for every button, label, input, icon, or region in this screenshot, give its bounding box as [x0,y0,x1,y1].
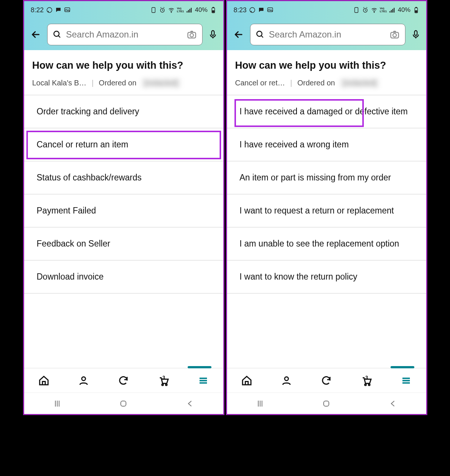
status-battery: 40% [398,6,410,14]
page-title: How can we help you with this? [24,50,223,78]
battery-icon [210,7,217,13]
search-input[interactable] [269,29,385,40]
tab-cart[interactable]: 3 [157,374,170,387]
svg-rect-25 [390,11,391,13]
tab-refresh[interactable] [320,374,333,387]
svg-rect-22 [355,7,358,13]
android-back[interactable] [184,398,195,409]
statusbar-left: 8:22 Vo)LTE1 40% [24,1,223,19]
android-home[interactable] [118,398,129,409]
search-icon [256,30,265,39]
option-download-invoice[interactable]: Download invoice [24,261,223,294]
option-tracking[interactable]: Order tracking and delivery [24,95,223,128]
context-ordered-label: Ordered on [297,79,335,87]
option-list-right: I have received a damaged or defective i… [227,95,426,294]
svg-point-24 [374,12,375,13]
volte-icon: Vo)LTE1 [380,7,386,13]
option-feedback[interactable]: Feedback on Seller [24,228,223,261]
search-box[interactable] [250,24,405,45]
search-input[interactable] [66,29,182,40]
tab-profile[interactable] [280,374,293,387]
phone-left: 8:22 Vo)LTE1 40% How can we help you wit… [23,0,224,415]
context-sep: | [290,79,292,87]
android-recents[interactable] [52,398,63,409]
tab-menu[interactable] [399,374,413,387]
option-damaged-defective[interactable]: I have received a damaged or defective i… [227,95,426,128]
context-row: Cancel or ret… | Ordered on [redacted] [227,78,426,95]
camera-icon[interactable] [187,29,197,40]
camera-icon[interactable] [389,29,400,40]
tab-indicator [188,366,211,368]
option-missing-part[interactable]: An item or part is missing from my order [227,162,426,195]
android-navbar-right [227,392,426,414]
option-cancel-return[interactable]: Cancel or return an item [24,128,223,162]
app-header-left [24,19,223,50]
svg-rect-35 [414,31,417,36]
mic-icon[interactable] [208,29,218,40]
option-request-return[interactable]: I want to request a return or replacemen… [227,195,426,228]
svg-rect-19 [121,401,126,406]
android-recents[interactable] [255,398,266,409]
back-button[interactable] [29,28,42,41]
tab-menu[interactable] [197,374,210,387]
status-time: 8:23 [234,6,247,14]
wifi-icon [371,7,378,13]
context-ordered-value: [redacted] [142,78,181,88]
tab-cart[interactable]: 3 [360,374,373,387]
tab-refresh[interactable] [117,374,130,387]
svg-rect-39 [324,401,329,406]
tab-home[interactable] [240,374,253,387]
notif-icon [150,7,157,13]
svg-point-36 [285,377,288,381]
context-sep: | [92,79,94,87]
whatsapp-icon [46,7,53,13]
volte-icon: Vo)LTE1 [177,7,184,13]
svg-rect-15 [211,31,214,36]
svg-rect-28 [394,8,395,13]
cart-count: 3 [365,375,368,380]
svg-point-16 [82,377,85,381]
android-back[interactable] [387,398,398,409]
context-ordered-label: Ordered on [99,79,136,87]
option-payment-failed[interactable]: Payment Failed [24,195,223,228]
option-wrong-item[interactable]: I have received a wrong item [227,128,426,162]
mic-icon[interactable] [411,29,421,40]
tab-indicator [391,366,414,368]
tabbar-right: 3 [227,368,426,392]
status-battery: 40% [195,6,207,14]
svg-point-38 [368,384,370,385]
svg-point-18 [165,384,167,385]
image-icon [64,7,71,13]
tab-profile[interactable] [77,374,90,387]
signal-icon [389,7,395,13]
svg-rect-21 [268,8,273,12]
svg-rect-31 [415,7,417,8]
svg-rect-26 [391,10,392,13]
svg-point-34 [393,33,396,37]
android-navbar-left [24,392,223,414]
context-item: Local Kala's B… [32,79,87,87]
option-return-policy[interactable]: I want to know the return policy [227,261,426,294]
option-list-left: Order tracking and delivery Cancel or re… [24,95,223,294]
option-no-replacement-option[interactable]: I am unable to see the replacement optio… [227,228,426,261]
svg-rect-7 [190,9,190,13]
android-home[interactable] [321,398,332,409]
back-button[interactable] [232,28,245,41]
context-ordered-value: [redacted] [340,78,379,88]
tabbar-left: 3 [24,368,223,392]
svg-point-4 [171,12,172,13]
signal-icon [186,7,192,13]
svg-point-14 [190,33,193,37]
context-row: Local Kala's B… | Ordered on [redacted] [24,78,223,95]
tab-home[interactable] [37,374,51,387]
option-cashback[interactable]: Status of cashback/rewards [24,162,223,195]
svg-point-12 [54,31,59,36]
battery-icon [413,7,420,13]
alarm-icon [159,7,166,13]
svg-rect-11 [213,7,214,8]
svg-rect-8 [191,8,192,13]
svg-point-0 [47,7,52,13]
search-box[interactable] [47,24,203,45]
phone-right: 8:23 Vo)LTE1 40% How can we help you wit… [226,0,427,415]
status-time: 8:22 [31,6,44,14]
